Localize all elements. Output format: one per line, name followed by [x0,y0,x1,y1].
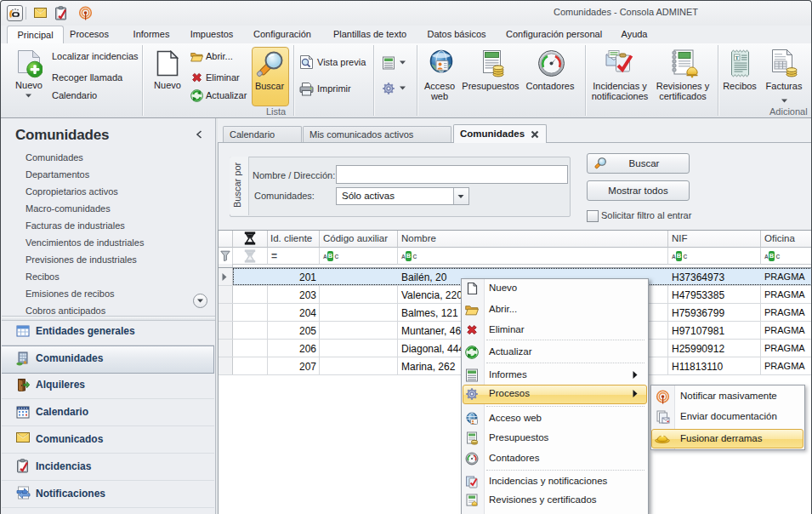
svg-text:T: T [735,54,739,60]
